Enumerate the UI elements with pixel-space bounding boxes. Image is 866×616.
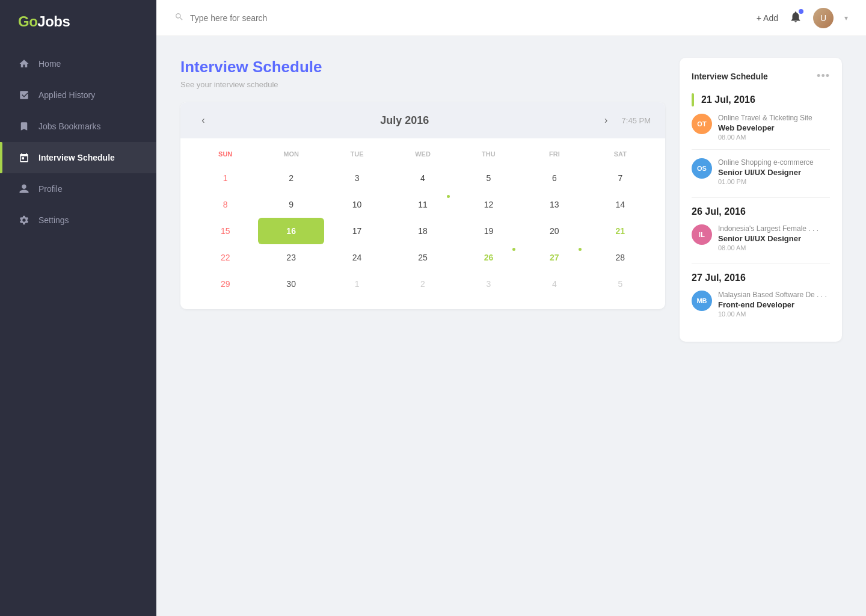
logo-first: Go bbox=[18, 13, 37, 29]
day-cell[interactable]: 12 bbox=[456, 191, 521, 218]
day-cell[interactable]: 3 bbox=[324, 165, 390, 191]
day-cell[interactable]: 5 bbox=[588, 271, 653, 297]
calendar-card: ‹ July 2016 › 7:45 PM SUN MON TUE WED TH… bbox=[180, 102, 665, 309]
day-cell[interactable]: 10 bbox=[324, 191, 390, 218]
divider-1 bbox=[692, 197, 830, 198]
header: + Add U ▾ bbox=[156, 0, 866, 36]
day-cell[interactable]: 13 bbox=[521, 191, 587, 218]
day-cell[interactable]: 6 bbox=[521, 165, 587, 191]
company-name-os: Online Shopping e-commerce bbox=[718, 158, 830, 167]
day-cell[interactable]: 3 bbox=[456, 271, 521, 297]
day-cell[interactable]: 18 bbox=[390, 218, 455, 244]
day-cell[interactable]: 2 bbox=[390, 271, 455, 297]
company-avatar-os: OS bbox=[692, 158, 712, 179]
schedule-card-title: Interview Schedule bbox=[692, 72, 768, 81]
day-cell[interactable]: 4 bbox=[521, 271, 587, 297]
sidebar-item-interview-schedule[interactable]: Interview Schedule bbox=[0, 142, 156, 173]
day-cell[interactable]: 16 bbox=[258, 218, 324, 244]
more-options-button[interactable]: ••• bbox=[817, 70, 830, 82]
month-label: July 2016 bbox=[219, 114, 591, 127]
sidebar-item-jobs-bookmarks[interactable]: Jobs Bookmarks bbox=[0, 111, 156, 142]
avatar[interactable]: U bbox=[813, 8, 834, 28]
group-indicator bbox=[692, 93, 694, 106]
event-dot bbox=[512, 248, 515, 251]
day-cell[interactable]: 8 bbox=[192, 191, 258, 218]
schedule-group-27jul: 27 Jul, 2016 MB Malaysian Based Software… bbox=[692, 273, 830, 318]
add-button[interactable]: + Add bbox=[757, 13, 778, 23]
sidebar-label-settings: Settings bbox=[38, 215, 69, 225]
day-cell[interactable]: 9 bbox=[258, 191, 324, 218]
interview-time-mb: 10.00 AM bbox=[718, 310, 830, 318]
group-date-21jul: 21 Jul, 2016 bbox=[692, 93, 830, 106]
day-cell[interactable]: 21 bbox=[588, 218, 653, 244]
active-indicator bbox=[0, 142, 2, 173]
day-cell[interactable]: 2 bbox=[258, 165, 324, 191]
day-header-sun: SUN bbox=[192, 144, 258, 162]
day-cell[interactable]: 26 bbox=[456, 244, 521, 271]
home-icon bbox=[18, 58, 30, 70]
day-cell[interactable]: 1 bbox=[324, 271, 390, 297]
sidebar-item-applied-history[interactable]: Applied History bbox=[0, 79, 156, 111]
day-header-thu: THU bbox=[456, 144, 521, 162]
search-input[interactable] bbox=[190, 13, 370, 23]
sidebar-item-profile[interactable]: Profile bbox=[0, 173, 156, 205]
day-cell[interactable]: 17 bbox=[324, 218, 390, 244]
schedule-item-ot[interactable]: OT Online Travel & Ticketing Site Web De… bbox=[692, 114, 830, 150]
logo-second: Jobs bbox=[37, 13, 70, 29]
schedule-group-26jul: 26 Jul, 2016 IL Indonesia's Largest Fema… bbox=[692, 206, 830, 251]
schedule-item-il[interactable]: IL Indonesia's Largest Female . . . Seni… bbox=[692, 224, 830, 251]
sidebar-item-settings[interactable]: Settings bbox=[0, 205, 156, 236]
day-cell[interactable]: 20 bbox=[521, 218, 587, 244]
event-dot bbox=[579, 248, 582, 251]
day-cell[interactable]: 5 bbox=[456, 165, 521, 191]
divider-2 bbox=[692, 263, 830, 264]
company-name-ot: Online Travel & Ticketing Site bbox=[718, 114, 830, 122]
job-title-os: Senior UI/UX Designer bbox=[718, 168, 830, 177]
company-avatar-il: IL bbox=[692, 224, 712, 245]
sidebar-item-home[interactable]: Home bbox=[0, 48, 156, 79]
search-box bbox=[174, 12, 747, 24]
day-header-fri: FRI bbox=[521, 144, 587, 162]
day-cell[interactable]: 25 bbox=[390, 244, 455, 271]
header-actions: + Add U ▾ bbox=[757, 8, 848, 28]
interview-time-os: 01.00 PM bbox=[718, 178, 830, 185]
day-cell[interactable]: 28 bbox=[588, 244, 653, 271]
day-cell[interactable]: 27 bbox=[521, 244, 587, 271]
dropdown-arrow[interactable]: ▾ bbox=[844, 14, 848, 22]
day-cell[interactable]: 29 bbox=[192, 271, 258, 297]
day-cell[interactable]: 23 bbox=[258, 244, 324, 271]
day-cell[interactable]: 14 bbox=[588, 191, 653, 218]
schedule-item-os[interactable]: OS Online Shopping e-commerce Senior UI/… bbox=[692, 158, 830, 185]
day-cell[interactable]: 19 bbox=[456, 218, 521, 244]
company-name-il: Indonesia's Largest Female . . . bbox=[718, 224, 830, 233]
day-header-mon: MON bbox=[258, 144, 324, 162]
calendar-grid: SUN MON TUE WED THU FRI SAT 123456789101… bbox=[180, 138, 665, 309]
sidebar: GoJobs Home Applied History Jobs Bookmar… bbox=[0, 0, 156, 616]
notification-badge bbox=[799, 9, 803, 14]
group-date-27jul: 27 Jul, 2016 bbox=[692, 273, 830, 283]
page-subtitle: See your interview schedule bbox=[180, 80, 665, 89]
day-cell[interactable]: 7 bbox=[588, 165, 653, 191]
notification-icon[interactable] bbox=[789, 10, 802, 26]
day-cell[interactable]: 11 bbox=[390, 191, 455, 218]
day-cell[interactable]: 22 bbox=[192, 244, 258, 271]
event-dot bbox=[447, 195, 450, 198]
day-cell[interactable]: 30 bbox=[258, 271, 324, 297]
day-cell[interactable]: 24 bbox=[324, 244, 390, 271]
company-avatar-ot: OT bbox=[692, 114, 712, 134]
schedule-group-21jul: 21 Jul, 2016 OT Online Travel & Ticketin… bbox=[692, 93, 830, 185]
group-date-26jul: 26 Jul, 2016 bbox=[692, 206, 830, 217]
schedule-item-mb[interactable]: MB Malaysian Based Software De . . . Fro… bbox=[692, 291, 830, 318]
sidebar-label-home: Home bbox=[38, 59, 61, 69]
calendar-icon bbox=[18, 152, 30, 164]
page-title: Interview Schedule bbox=[180, 58, 665, 76]
sidebar-label-profile: Profile bbox=[38, 184, 63, 194]
left-panel: Interview Schedule See your interview sc… bbox=[180, 58, 665, 594]
content-area: Interview Schedule See your interview sc… bbox=[156, 36, 866, 616]
next-month-button[interactable]: › bbox=[598, 112, 615, 129]
day-cell[interactable]: 4 bbox=[390, 165, 455, 191]
prev-month-button[interactable]: ‹ bbox=[195, 112, 212, 129]
day-cell[interactable]: 1 bbox=[192, 165, 258, 191]
right-panel: Interview Schedule ••• 21 Jul, 2016 OT O… bbox=[680, 58, 842, 594]
day-cell[interactable]: 15 bbox=[192, 218, 258, 244]
